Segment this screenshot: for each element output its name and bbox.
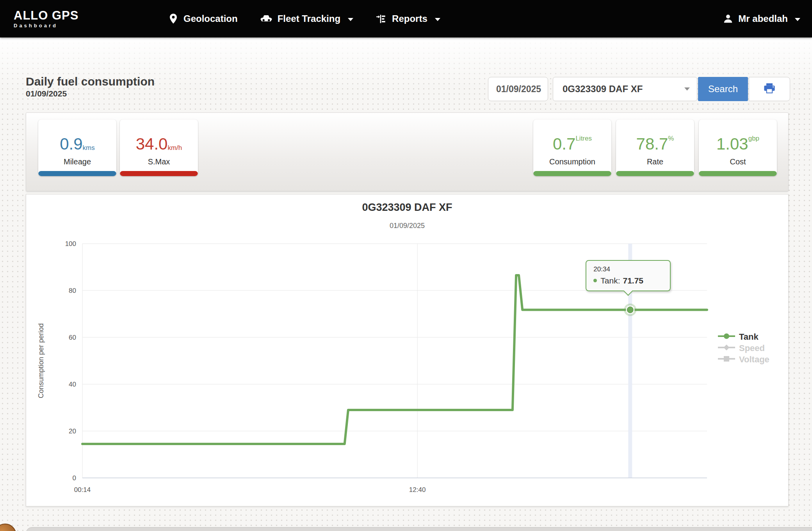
stat-number: 34.0 xyxy=(136,134,168,154)
stat-accent-bar xyxy=(38,171,116,176)
stat-card-rate: 78.7 % Rate xyxy=(616,119,694,176)
stat-unit: kms xyxy=(83,144,95,154)
stat-number: 0.9 xyxy=(60,134,82,154)
legend-label: Tank xyxy=(739,332,759,342)
stat-value: 78.7 % xyxy=(636,134,674,154)
car-icon xyxy=(260,14,272,24)
stat-card-consumption: 0.7 Litres Consumption xyxy=(533,119,611,176)
legend-label: Speed xyxy=(739,343,765,353)
svg-text:0: 0 xyxy=(73,474,76,482)
legend-marker-circle-icon xyxy=(718,331,735,342)
chevron-down-icon xyxy=(795,18,800,21)
svg-text:60: 60 xyxy=(69,334,76,341)
nav-item-label: Reports xyxy=(392,13,427,24)
tooltip-time: 20:34 xyxy=(593,266,670,273)
brand-subtitle: Dashboard xyxy=(14,23,144,29)
stats-group-left: 0.9 kms Mileage 34.0 km/h S.Max xyxy=(38,119,198,176)
stat-value: 0.9 kms xyxy=(60,134,95,154)
stat-label: Mileage xyxy=(38,157,116,166)
svg-text:40: 40 xyxy=(69,381,76,388)
search-button[interactable]: Search xyxy=(698,77,748,101)
stat-number: 0.7 xyxy=(553,134,575,154)
navbar: ALLO GPS Dashboard Geolocation Fleet Tra… xyxy=(0,0,812,37)
nav-item-geolocation[interactable]: Geolocation xyxy=(169,13,238,24)
vehicle-select[interactable]: 0G323309 DAF XF xyxy=(553,77,697,101)
help-bubble[interactable] xyxy=(0,524,16,531)
location-pin-icon xyxy=(169,13,178,24)
stats-panel: 0.9 kms Mileage 34.0 km/h S.Max 0.7 Litr… xyxy=(26,112,789,191)
stat-label: Cost xyxy=(699,157,777,166)
reports-icon xyxy=(376,14,386,24)
nav-item-label: Fleet Tracking xyxy=(278,13,340,24)
stat-card-smax: 34.0 km/h S.Max xyxy=(120,119,198,176)
tooltip-series-label: Tank: xyxy=(600,276,620,285)
page-title: Daily fuel consumption xyxy=(26,75,155,88)
stat-label: Rate xyxy=(616,157,694,166)
svg-text:20: 20 xyxy=(69,428,76,435)
nav-menu: Geolocation Fleet Tracking Reports xyxy=(169,13,440,24)
stat-value: 34.0 km/h xyxy=(136,134,182,154)
page-header: Daily fuel consumption 01/09/2025 xyxy=(26,75,155,98)
stat-label: S.Max xyxy=(120,157,198,166)
svg-text:80: 80 xyxy=(69,287,76,294)
legend-item-speed[interactable]: Speed xyxy=(718,342,769,354)
stat-unit: % xyxy=(668,134,674,143)
svg-text:100: 100 xyxy=(65,240,76,248)
printer-icon xyxy=(763,82,776,96)
page-date: 01/09/2025 xyxy=(26,89,155,98)
legend-marker-diamond-icon xyxy=(718,343,735,354)
stat-number: 1.03 xyxy=(716,134,748,154)
chevron-down-icon xyxy=(435,18,440,21)
user-name: Mr abedlah xyxy=(738,13,788,24)
stat-label: Consumption xyxy=(533,157,611,166)
stat-value: 0.7 Litres xyxy=(553,134,592,154)
svg-text:00:14: 00:14 xyxy=(74,486,91,494)
brand-logo[interactable]: ALLO GPS Dashboard xyxy=(14,9,144,29)
svg-text:12:40: 12:40 xyxy=(409,486,426,494)
legend-marker-square-icon xyxy=(718,354,735,365)
date-input[interactable] xyxy=(488,77,548,101)
stat-value: 1.03 gbp xyxy=(716,134,759,154)
next-panel-edge xyxy=(26,527,812,531)
stat-number: 78.7 xyxy=(636,134,668,154)
stat-accent-bar xyxy=(120,171,198,176)
stat-card-cost: 1.03 gbp Cost xyxy=(699,119,777,176)
nav-item-reports[interactable]: Reports xyxy=(376,13,440,24)
chart-panel: 0G323309 DAF XF 01/09/2025 0204060801000… xyxy=(26,194,789,506)
chevron-down-icon xyxy=(348,18,353,21)
stat-accent-bar xyxy=(616,171,694,176)
print-button[interactable] xyxy=(749,77,790,101)
stat-unit: Litres xyxy=(575,134,592,143)
chevron-down-icon xyxy=(684,87,690,91)
nav-item-fleet-tracking[interactable]: Fleet Tracking xyxy=(260,13,353,24)
fuel-consumption-chart[interactable]: 02040608010000:1412:40Consumption per pe… xyxy=(26,194,788,506)
stat-accent-bar xyxy=(533,171,611,176)
report-controls: 0G323309 DAF XF Search xyxy=(488,77,790,101)
chart-tooltip: 20:34 Tank: 71.75 xyxy=(586,260,671,291)
chart-legend: Tank Speed Voltage xyxy=(718,331,769,365)
legend-item-tank[interactable]: Tank xyxy=(718,331,769,342)
tooltip-value: 71.75 xyxy=(623,276,644,285)
stat-card-mileage: 0.9 kms Mileage xyxy=(38,119,116,176)
user-menu[interactable]: Mr abedlah xyxy=(723,0,800,37)
stats-group-right: 0.7 Litres Consumption 78.7 % Rate 1.03 … xyxy=(533,119,777,176)
tooltip-value-row: Tank: 71.75 xyxy=(593,276,670,285)
series-dot-icon xyxy=(593,279,597,282)
legend-label: Voltage xyxy=(739,355,769,365)
user-icon xyxy=(723,14,733,24)
svg-text:Consumption per period: Consumption per period xyxy=(37,323,45,398)
stat-accent-bar xyxy=(699,171,777,176)
nav-item-label: Geolocation xyxy=(183,13,238,24)
brand-title: ALLO GPS xyxy=(14,9,144,22)
legend-item-voltage[interactable]: Voltage xyxy=(718,354,769,365)
stat-unit: km/h xyxy=(167,144,182,154)
vehicle-select-value: 0G323309 DAF XF xyxy=(563,84,643,94)
stat-unit: gbp xyxy=(748,134,759,143)
